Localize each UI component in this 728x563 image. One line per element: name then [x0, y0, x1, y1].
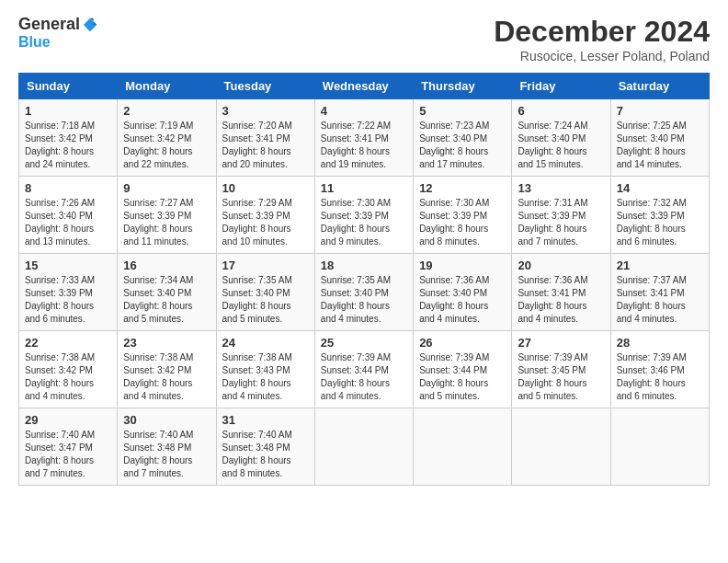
day-info: Sunrise: 7:40 AM Sunset: 3:47 PM Dayligh…	[25, 429, 111, 480]
day-number: 2	[123, 104, 210, 118]
day-number: 25	[321, 336, 407, 350]
location-text: Rusocice, Lesser Poland, Poland	[494, 49, 710, 63]
calendar-cell: 16Sunrise: 7:34 AM Sunset: 3:40 PM Dayli…	[118, 254, 216, 331]
calendar-cell: 2Sunrise: 7:19 AM Sunset: 3:42 PM Daylig…	[118, 99, 216, 177]
calendar-cell: 27Sunrise: 7:39 AM Sunset: 3:45 PM Dayli…	[512, 331, 610, 408]
day-info: Sunrise: 7:39 AM Sunset: 3:44 PM Dayligh…	[419, 351, 506, 403]
calendar-cell: 15Sunrise: 7:33 AM Sunset: 3:39 PM Dayli…	[19, 254, 118, 331]
calendar-cell: 1Sunrise: 7:18 AM Sunset: 3:42 PM Daylig…	[19, 99, 118, 177]
day-info: Sunrise: 7:36 AM Sunset: 3:41 PM Dayligh…	[518, 274, 604, 326]
day-info: Sunrise: 7:22 AM Sunset: 3:41 PM Dayligh…	[321, 120, 407, 171]
calendar-cell: 11Sunrise: 7:30 AM Sunset: 3:39 PM Dayli…	[314, 177, 413, 254]
day-info: Sunrise: 7:31 AM Sunset: 3:39 PM Dayligh…	[518, 197, 604, 248]
day-number: 29	[25, 413, 111, 427]
day-number: 15	[25, 259, 111, 272]
day-number: 27	[518, 336, 604, 350]
day-number: 4	[321, 104, 407, 118]
day-info: Sunrise: 7:29 AM Sunset: 3:39 PM Dayligh…	[222, 197, 309, 248]
day-info: Sunrise: 7:36 AM Sunset: 3:40 PM Dayligh…	[419, 274, 506, 326]
calendar-header-tuesday: Tuesday	[216, 74, 314, 99]
calendar-header-wednesday: Wednesday	[314, 74, 413, 99]
calendar-header-friday: Friday	[512, 74, 610, 99]
day-info: Sunrise: 7:24 AM Sunset: 3:40 PM Dayligh…	[518, 120, 604, 171]
day-info: Sunrise: 7:27 AM Sunset: 3:39 PM Dayligh…	[123, 197, 210, 248]
calendar-cell: 26Sunrise: 7:39 AM Sunset: 3:44 PM Dayli…	[414, 331, 512, 408]
day-number: 12	[419, 181, 506, 195]
day-number: 22	[25, 336, 111, 350]
day-number: 5	[419, 104, 506, 118]
calendar-cell: 18Sunrise: 7:35 AM Sunset: 3:40 PM Dayli…	[314, 254, 413, 331]
day-number: 11	[321, 181, 407, 195]
day-info: Sunrise: 7:40 AM Sunset: 3:48 PM Dayligh…	[123, 429, 210, 480]
logo-general-text: General	[18, 15, 80, 34]
day-info: Sunrise: 7:39 AM Sunset: 3:46 PM Dayligh…	[617, 351, 703, 403]
calendar-cell: 30Sunrise: 7:40 AM Sunset: 3:48 PM Dayli…	[118, 408, 216, 486]
day-number: 6	[518, 104, 604, 118]
day-info: Sunrise: 7:37 AM Sunset: 3:41 PM Dayligh…	[617, 274, 703, 326]
day-info: Sunrise: 7:38 AM Sunset: 3:42 PM Dayligh…	[25, 351, 111, 403]
day-number: 28	[617, 336, 703, 350]
calendar-cell: 22Sunrise: 7:38 AM Sunset: 3:42 PM Dayli…	[19, 331, 118, 408]
month-title: December 2024	[494, 15, 710, 49]
calendar-cell: 25Sunrise: 7:39 AM Sunset: 3:44 PM Dayli…	[314, 331, 413, 408]
day-number: 24	[222, 336, 309, 350]
day-info: Sunrise: 7:23 AM Sunset: 3:40 PM Dayligh…	[419, 120, 506, 171]
calendar-cell	[414, 408, 512, 486]
day-info: Sunrise: 7:38 AM Sunset: 3:42 PM Dayligh…	[123, 351, 210, 403]
calendar-week-row: 8Sunrise: 7:26 AM Sunset: 3:40 PM Daylig…	[19, 177, 710, 254]
day-number: 26	[419, 336, 506, 350]
calendar-week-row: 1Sunrise: 7:18 AM Sunset: 3:42 PM Daylig…	[19, 99, 710, 177]
day-number: 10	[222, 181, 309, 195]
page-header: General Blue December 2024 Rusocice, Les…	[18, 15, 710, 63]
day-info: Sunrise: 7:19 AM Sunset: 3:42 PM Dayligh…	[123, 120, 210, 171]
calendar-cell: 29Sunrise: 7:40 AM Sunset: 3:47 PM Dayli…	[19, 408, 118, 486]
calendar-cell: 9Sunrise: 7:27 AM Sunset: 3:39 PM Daylig…	[118, 177, 216, 254]
day-info: Sunrise: 7:35 AM Sunset: 3:40 PM Dayligh…	[321, 274, 407, 326]
day-info: Sunrise: 7:32 AM Sunset: 3:39 PM Dayligh…	[617, 197, 703, 248]
day-info: Sunrise: 7:25 AM Sunset: 3:40 PM Dayligh…	[617, 120, 703, 171]
day-info: Sunrise: 7:40 AM Sunset: 3:48 PM Dayligh…	[222, 429, 309, 480]
day-number: 3	[222, 104, 309, 118]
calendar-cell: 3Sunrise: 7:20 AM Sunset: 3:41 PM Daylig…	[216, 99, 314, 177]
calendar-cell	[314, 408, 413, 486]
day-number: 23	[123, 336, 210, 350]
day-info: Sunrise: 7:30 AM Sunset: 3:39 PM Dayligh…	[321, 197, 407, 248]
calendar-cell: 28Sunrise: 7:39 AM Sunset: 3:46 PM Dayli…	[610, 331, 709, 408]
day-number: 8	[25, 181, 111, 195]
calendar-cell: 8Sunrise: 7:26 AM Sunset: 3:40 PM Daylig…	[19, 177, 118, 254]
day-number: 14	[617, 181, 703, 195]
calendar-week-row: 29Sunrise: 7:40 AM Sunset: 3:47 PM Dayli…	[19, 408, 710, 486]
calendar-cell: 17Sunrise: 7:35 AM Sunset: 3:40 PM Dayli…	[216, 254, 314, 331]
day-number: 20	[518, 259, 604, 272]
calendar-cell: 14Sunrise: 7:32 AM Sunset: 3:39 PM Dayli…	[610, 177, 709, 254]
logo: General Blue	[18, 15, 98, 51]
day-number: 18	[321, 259, 407, 272]
day-info: Sunrise: 7:30 AM Sunset: 3:39 PM Dayligh…	[419, 197, 506, 248]
calendar-cell: 31Sunrise: 7:40 AM Sunset: 3:48 PM Dayli…	[216, 408, 314, 486]
day-info: Sunrise: 7:39 AM Sunset: 3:44 PM Dayligh…	[321, 351, 407, 403]
calendar-cell: 7Sunrise: 7:25 AM Sunset: 3:40 PM Daylig…	[610, 99, 709, 177]
calendar-header-sunday: Sunday	[19, 74, 118, 99]
calendar-header-row: SundayMondayTuesdayWednesdayThursdayFrid…	[19, 74, 710, 99]
day-number: 13	[518, 181, 604, 195]
day-number: 9	[123, 181, 210, 195]
calendar-week-row: 22Sunrise: 7:38 AM Sunset: 3:42 PM Dayli…	[19, 331, 710, 408]
day-number: 30	[123, 413, 210, 427]
day-info: Sunrise: 7:26 AM Sunset: 3:40 PM Dayligh…	[25, 197, 111, 248]
day-number: 19	[419, 259, 506, 272]
calendar-cell: 12Sunrise: 7:30 AM Sunset: 3:39 PM Dayli…	[414, 177, 512, 254]
title-section: December 2024 Rusocice, Lesser Poland, P…	[494, 15, 710, 63]
calendar-header-thursday: Thursday	[414, 74, 512, 99]
calendar-cell: 13Sunrise: 7:31 AM Sunset: 3:39 PM Dayli…	[512, 177, 610, 254]
day-number: 16	[123, 259, 210, 272]
day-info: Sunrise: 7:38 AM Sunset: 3:43 PM Dayligh…	[222, 351, 309, 403]
calendar-cell: 4Sunrise: 7:22 AM Sunset: 3:41 PM Daylig…	[314, 99, 413, 177]
day-info: Sunrise: 7:39 AM Sunset: 3:45 PM Dayligh…	[518, 351, 604, 403]
day-info: Sunrise: 7:35 AM Sunset: 3:40 PM Dayligh…	[222, 274, 309, 326]
logo-icon	[82, 17, 98, 33]
day-number: 31	[222, 413, 309, 427]
calendar-cell: 6Sunrise: 7:24 AM Sunset: 3:40 PM Daylig…	[512, 99, 610, 177]
day-info: Sunrise: 7:34 AM Sunset: 3:40 PM Dayligh…	[123, 274, 210, 326]
calendar-cell: 5Sunrise: 7:23 AM Sunset: 3:40 PM Daylig…	[414, 99, 512, 177]
calendar-cell: 20Sunrise: 7:36 AM Sunset: 3:41 PM Dayli…	[512, 254, 610, 331]
